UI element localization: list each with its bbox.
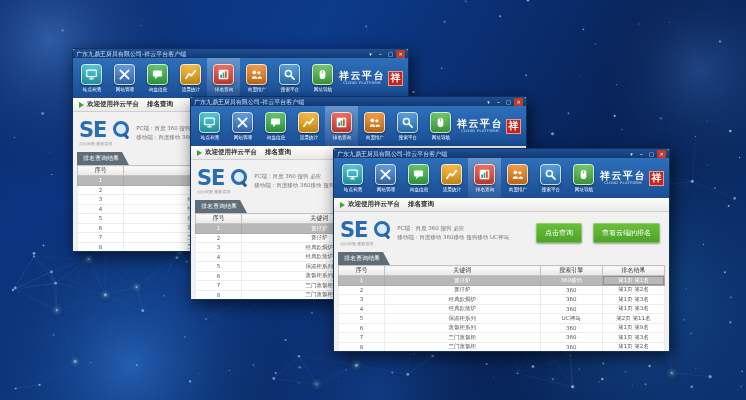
table-row[interactable]: 4经典款蒸炉360第1页 第3名 (339, 304, 665, 314)
brand-logo: 祥云平台 CLOUD PLATFORM 祥 (339, 58, 406, 98)
cell-engine: 360 (540, 304, 602, 314)
result-tab[interactable]: 排名查询结果 (338, 252, 390, 265)
result-tab[interactable]: 排名查询结果 (195, 200, 247, 213)
cell-no: 8 (196, 290, 242, 300)
cell-no: 9 (196, 300, 242, 301)
maximize-button[interactable]: □ (386, 50, 395, 58)
search-icon (279, 64, 300, 85)
brand-seal: 祥 (506, 119, 521, 134)
skin-icon[interactable]: ▾ (627, 150, 636, 158)
maximize-button[interactable]: □ (647, 150, 656, 158)
cell-no: 3 (196, 243, 242, 253)
toolbar-item-search[interactable]: 搜索平台 (534, 158, 567, 198)
toolbar-item-mouse[interactable]: 网址导航 (567, 158, 600, 198)
window-titlebar[interactable]: 广东九鼎王厨具有限公司-祥云平台客户端 ▾ ─ □ ✕ (73, 49, 408, 58)
toolbar-item-label: 商盟推广 (247, 86, 265, 92)
toolbar-item-line-chart[interactable]: 流量统计 (435, 158, 468, 198)
skin-icon[interactable]: ▾ (484, 98, 493, 106)
toolbar-item-chat[interactable]: 询盘信息 (402, 158, 435, 198)
breadcrumb-welcome: 欢迎使用祥云平台 (205, 148, 257, 157)
flag-icon (197, 150, 202, 156)
table-row[interactable]: 6蒸饭柜系列360第1页 第9名 (339, 323, 665, 333)
toolbar-item-people[interactable]: 商盟推广 (240, 58, 273, 98)
window-titlebar[interactable]: 广东九鼎王厨具有限公司-祥云平台客户端 ▾ ─ □ ✕ (191, 97, 526, 106)
toolbar-item-tools[interactable]: 网站管理 (108, 58, 141, 98)
toolbar-item-search[interactable]: 搜索平台 (391, 106, 424, 146)
window-titlebar[interactable]: 广东九鼎王厨具有限公司-祥云平台客户端 ▾ ─ □ ✕ (334, 149, 669, 158)
maximize-button[interactable]: □ (504, 98, 513, 106)
toolbar-item-line-chart[interactable]: 流量统计 (292, 106, 325, 146)
toolbar-item-tools[interactable]: 网站管理 (369, 158, 402, 198)
breadcrumb-current: 排名查询 (147, 100, 173, 109)
cloud-rank-button[interactable]: 查看云端的排名 (593, 223, 660, 243)
seo-tagline: 点击刷新 重新查询 (197, 189, 230, 194)
table-row[interactable]: 5保温柜系列UC神马第2页 第11名 (339, 314, 665, 324)
toolbar-item-people[interactable]: 商盟推广 (358, 106, 391, 146)
cell-keyword: 蒸饭柜系列 (385, 323, 541, 333)
toolbar-item-bar-chart[interactable]: 排名查询 (468, 158, 501, 198)
toolbar-item-bar-chart[interactable]: 排名查询 (207, 58, 240, 98)
minimize-button[interactable]: ─ (376, 50, 385, 58)
table-row[interactable]: 1煲仔炉360移动第1页 第1名 (339, 276, 665, 286)
brand-subtitle: CLOUD PLATFORM (600, 181, 646, 185)
toolbar-item-line-chart[interactable]: 流量统计 (174, 58, 207, 98)
toolbar-item-monitor[interactable]: 站点检测 (193, 106, 226, 146)
toolbar-item-people[interactable]: 商盟推广 (501, 158, 534, 198)
cell-rank: 第1页 第2名 (602, 285, 664, 295)
toolbar-item-label: 搜索平台 (280, 86, 298, 92)
toolbar-item-label: 站点检测 (82, 86, 100, 92)
toolbar-item-label: 排名查询 (475, 186, 493, 192)
seo-logo: SE 点击刷新 重新查询 (340, 220, 390, 246)
toolbar-items: 站点检测网站管理询盘信息流量统计排名查询商盟推广搜索平台网址导航 (193, 106, 457, 146)
close-button[interactable]: ✕ (396, 50, 405, 58)
skin-icon[interactable]: ▾ (366, 50, 375, 58)
query-button[interactable]: 点击查询 (536, 223, 582, 243)
people-icon (507, 164, 528, 185)
brand-seal: 祥 (388, 71, 403, 86)
toolbar-item-label: 排名查询 (332, 134, 350, 140)
toolbar-item-mouse[interactable]: 网址导航 (424, 106, 457, 146)
mouse-icon (573, 164, 594, 185)
cell-no: 8 (339, 342, 385, 352)
toolbar-item-chat[interactable]: 询盘信息 (141, 58, 174, 98)
bar-chart-icon (213, 64, 234, 85)
toolbar-item-label: 网址导航 (574, 186, 592, 192)
magnifier-icon (374, 221, 390, 237)
cell-engine: 360 (540, 342, 602, 352)
close-button[interactable]: ✕ (514, 98, 523, 106)
result-tab[interactable]: 排名查询结果 (77, 152, 129, 165)
minimize-button[interactable]: ─ (637, 150, 646, 158)
toolbar-item-label: 流量统计 (181, 86, 199, 92)
toolbar-item-chat[interactable]: 询盘信息 (259, 106, 292, 146)
toolbar-item-label: 网站管理 (233, 134, 251, 140)
cell-no: 5 (339, 314, 385, 324)
toolbar-item-mouse[interactable]: 网址导航 (306, 58, 339, 98)
table-header-row: 序号 关键词 搜索引擎 排名结果 (339, 266, 665, 276)
desktop-stage: 广东九鼎王厨具有限公司-祥云平台客户端 ▾ ─ □ ✕ 站点检测网站管理询盘信息… (0, 0, 746, 400)
toolbar-items: 站点检测网站管理询盘信息流量统计排名查询商盟推广搜索平台网址导航 (336, 158, 600, 198)
toolbar-item-label: 商盟推广 (365, 134, 383, 140)
table-row[interactable]: 8三门蒸饭柜360第1页 第2名 (339, 342, 665, 352)
minimize-button[interactable]: ─ (494, 98, 503, 106)
chat-icon (147, 64, 168, 85)
table-row[interactable]: 2煲仔炉360第1页 第2名 (339, 285, 665, 295)
toolbar-item-tools[interactable]: 网站管理 (226, 106, 259, 146)
toolbar-item-bar-chart[interactable]: 排名查询 (325, 106, 358, 146)
flag-icon (79, 102, 84, 108)
toolbar-item-label: 网站管理 (115, 86, 133, 92)
cell-no: 2 (78, 185, 124, 195)
toolbar-item-monitor[interactable]: 站点检测 (75, 58, 108, 98)
table-row[interactable]: 7三门蒸饭柜360第1页 第3名 (339, 333, 665, 343)
close-button[interactable]: ✕ (657, 150, 666, 158)
table-row[interactable]: 3经典款焗炉360第1页 第3名 (339, 295, 665, 305)
breadcrumb-welcome: 欢迎使用祥云平台 (348, 200, 400, 209)
table-row[interactable]: 9智能蒸饭柜搜狗第1页 第3名 (339, 352, 665, 353)
monitor-icon (81, 64, 102, 85)
toolbar-item-label: 询盘信息 (409, 186, 427, 192)
brand-logo: 祥云平台 CLOUD PLATFORM 祥 (457, 106, 524, 146)
toolbar-item-search[interactable]: 搜索平台 (273, 58, 306, 98)
brand-title: 祥云平台 (457, 119, 503, 129)
people-icon (364, 112, 385, 133)
toolbar-item-monitor[interactable]: 站点检测 (336, 158, 369, 198)
cell-no: 6 (339, 323, 385, 333)
